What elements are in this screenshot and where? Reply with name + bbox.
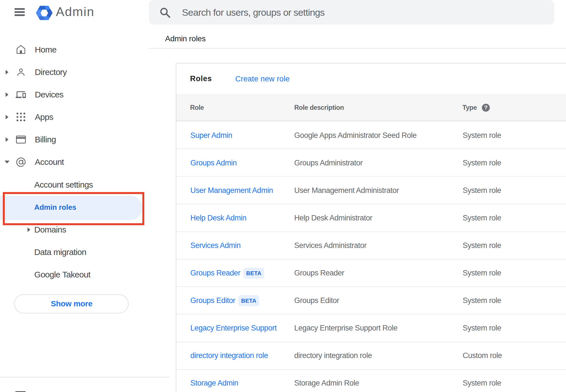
svg-text:?: ? xyxy=(484,104,488,111)
